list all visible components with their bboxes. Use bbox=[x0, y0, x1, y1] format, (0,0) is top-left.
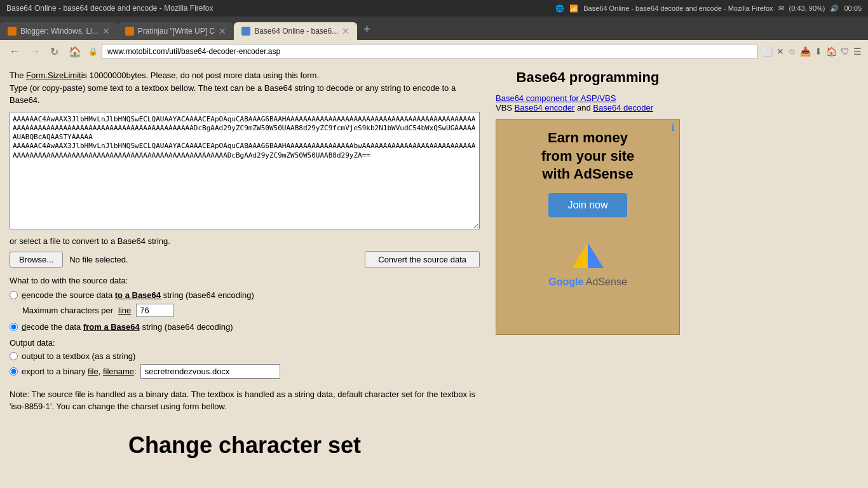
adsense-logo: Google AdSense bbox=[506, 236, 670, 288]
encode-radio[interactable] bbox=[10, 291, 18, 299]
sidebar-and-text: and bbox=[577, 103, 591, 112]
tab-close-pratinjau[interactable]: ✕ bbox=[219, 26, 226, 36]
tab-close-base64[interactable]: ✕ bbox=[342, 26, 349, 36]
browse-button[interactable]: Browse... bbox=[10, 252, 63, 268]
battery-text: (0:43, 90%) bbox=[789, 4, 825, 12]
sidebar-title: Base64 programming bbox=[496, 69, 680, 86]
system-icons: 🌐 📶 Base64 Online - base64 decode and en… bbox=[555, 4, 862, 13]
file-row-text: or select a file to convert to a Base64 … bbox=[10, 236, 170, 246]
decode-radio[interactable] bbox=[10, 323, 18, 331]
tab-close-blogger[interactable]: ✕ bbox=[102, 26, 110, 36]
main-content: The Form.SizeLimitis 10000000bytes. Plea… bbox=[0, 63, 489, 488]
change-charset-heading: Change character set bbox=[10, 432, 480, 465]
output-textbox-radio[interactable] bbox=[10, 352, 18, 360]
lock-icon: 🔒 bbox=[88, 47, 98, 56]
what-to-do-label: What to do with the source data: bbox=[10, 276, 480, 285]
join-now-button[interactable]: Join now bbox=[548, 193, 627, 217]
decode-label: decode the data from a Base64 string (ba… bbox=[22, 322, 233, 332]
output-file-row: export to a binary file, filename: bbox=[10, 364, 480, 379]
output-data-label: Output data: bbox=[10, 338, 480, 348]
email-icon: ✉ bbox=[778, 4, 784, 13]
toolbar-icons: ⬜ ✕ ☆ 📥 ⬇ 🏠 🛡 ☰ bbox=[762, 46, 862, 57]
tab-pratinjau[interactable]: Pratinjau "[Write UP] C ✕ bbox=[118, 22, 234, 40]
encode-label: eencode the source data to a Base64 stri… bbox=[22, 290, 254, 300]
window-title: Base64 Online - base64 decode and encode… bbox=[6, 4, 549, 13]
adsense-logo-svg bbox=[562, 236, 613, 274]
no-file-label: No file selected. bbox=[69, 255, 128, 264]
form-size-limit-link[interactable]: Form.SizeLimit bbox=[26, 71, 81, 80]
download-icon[interactable]: ⬇ bbox=[815, 46, 822, 57]
max-chars-input[interactable] bbox=[136, 304, 174, 317]
address-input[interactable] bbox=[102, 44, 758, 59]
ad-info-icon[interactable]: ℹ bbox=[671, 123, 674, 133]
svg-marker-0 bbox=[572, 243, 588, 268]
home-button[interactable]: 🏠 bbox=[65, 44, 85, 59]
volume-icon: 🔊 bbox=[830, 4, 839, 13]
google-text: Google bbox=[548, 276, 583, 287]
svg-marker-1 bbox=[588, 243, 604, 268]
tab-favicon-blogger bbox=[8, 27, 17, 36]
shield-icon[interactable]: 🛡 bbox=[841, 46, 850, 57]
chrome-icon: 🌐 bbox=[555, 4, 564, 13]
info-paragraph: The Form.SizeLimitis 10000000bytes. Plea… bbox=[10, 69, 480, 107]
tab-favicon-base64 bbox=[241, 27, 250, 36]
adsense-text: AdSense bbox=[586, 276, 627, 287]
line-underline: line bbox=[118, 306, 131, 315]
convert-button[interactable]: Convert the source data bbox=[365, 251, 480, 268]
back-button[interactable]: ← bbox=[6, 44, 23, 58]
new-tab-button[interactable]: + bbox=[357, 19, 377, 40]
output-textbox-row: output to a textbox (as a string) bbox=[10, 351, 480, 361]
tab-blogger[interactable]: Blogger: Windows, Li... ✕ bbox=[0, 22, 118, 40]
output-file-radio[interactable] bbox=[10, 367, 18, 376]
note-text: Note: The source file is handled as a bi… bbox=[10, 388, 480, 413]
ad-box: ℹ Earn money from your site with AdSense… bbox=[496, 119, 680, 335]
ad-headline: Earn money from your site with AdSense bbox=[506, 129, 670, 184]
menu-icon[interactable]: ☰ bbox=[853, 46, 862, 57]
decode-option-row: decode the data from a Base64 string (ba… bbox=[10, 322, 480, 332]
output-file-label: export to a binary file, filename: bbox=[22, 367, 137, 376]
lang-icon: Base64 Online - base64 decode and encode… bbox=[583, 4, 773, 12]
tab-bar: Blogger: Windows, Li... ✕ Pratinjau "[Wr… bbox=[0, 17, 868, 40]
file-controls: Browse... No file selected. Convert the … bbox=[10, 251, 480, 268]
tab-label-base64: Base64 Online - base6... bbox=[254, 27, 338, 36]
close-icon[interactable]: ✕ bbox=[776, 46, 784, 57]
forward-button[interactable]: → bbox=[27, 44, 43, 58]
pocket-icon[interactable]: 📥 bbox=[800, 46, 811, 57]
encoder-link[interactable]: Base64 encoder bbox=[515, 103, 575, 112]
base64-textarea[interactable]: AAAAAAC4AwAAX3JlbHMvLnJlbHNQSwECLQAUAAYA… bbox=[10, 112, 480, 229]
adsense-brand-text: Google AdSense bbox=[506, 276, 670, 288]
sidebar: Base64 programming Base64 component for … bbox=[489, 63, 686, 488]
reader-icon[interactable]: ⬜ bbox=[762, 46, 773, 57]
wifi-icon: 📶 bbox=[569, 4, 578, 13]
decoder-link[interactable]: Base64 decoder bbox=[593, 103, 653, 112]
clock: 00:05 bbox=[844, 4, 862, 12]
star-icon[interactable]: ☆ bbox=[788, 46, 796, 57]
file-select-row: or select a file to convert to a Base64 … bbox=[10, 236, 480, 246]
info-text-2: is 10000000bytes. Please, do not post mo… bbox=[81, 71, 319, 80]
info-text-3: Type (or copy-paste) some text to a text… bbox=[10, 83, 456, 105]
tab-favicon-pratinjau bbox=[125, 27, 134, 36]
options-section: What to do with the source data: eencode… bbox=[10, 276, 480, 379]
encode-option-row: eencode the source data to a Base64 stri… bbox=[10, 290, 480, 300]
tab-label-pratinjau: Pratinjau "[Write UP] C bbox=[138, 27, 215, 36]
sidebar-vbs-text: VBS bbox=[496, 103, 512, 112]
filename-input[interactable] bbox=[140, 364, 280, 379]
sidebar-links: Base64 component for ASP/VBS VBS Base64 … bbox=[496, 93, 680, 112]
output-textbox-label: output to a textbox (as a string) bbox=[22, 351, 135, 361]
max-chars-label: Maximum characters per bbox=[22, 306, 113, 315]
refresh-button[interactable]: ↻ bbox=[47, 44, 62, 59]
address-bar: ← → ↻ 🏠 🔒 ⬜ ✕ ☆ 📥 ⬇ 🏠 🛡 ☰ bbox=[0, 40, 868, 63]
tab-label-blogger: Blogger: Windows, Li... bbox=[20, 27, 98, 36]
info-text-1: The bbox=[10, 71, 26, 80]
tab-base64[interactable]: Base64 Online - base6... ✕ bbox=[234, 22, 357, 40]
asp-vbs-link[interactable]: Base64 component for ASP/VBS bbox=[496, 93, 616, 103]
max-chars-row: Maximum characters per line bbox=[22, 304, 480, 317]
house-icon[interactable]: 🏠 bbox=[826, 46, 837, 57]
